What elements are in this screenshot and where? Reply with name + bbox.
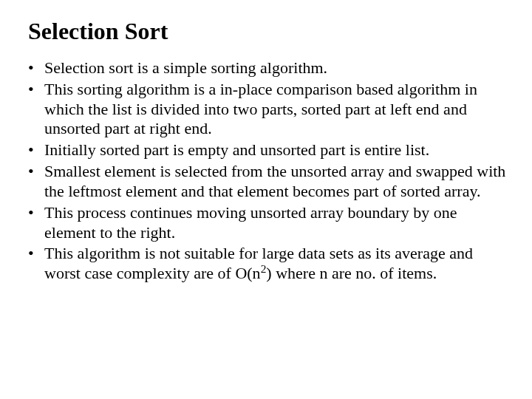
- bullet-text: Initially sorted part is empty and unsor…: [44, 140, 429, 159]
- list-item: Initially sorted part is empty and unsor…: [44, 140, 510, 160]
- bullet-text: This sorting algorithm is a in-place com…: [44, 80, 477, 138]
- slide: Selection Sort Selection sort is a simpl…: [0, 0, 532, 399]
- list-item: This algorithm is not suitable for large…: [44, 244, 510, 284]
- list-item: Selection sort is a simple sorting algor…: [44, 58, 510, 78]
- list-item: Smallest element is selected from the un…: [44, 162, 510, 202]
- bullet-text: Smallest element is selected from the un…: [44, 162, 505, 200]
- bullet-text: This process continues moving unsorted a…: [44, 203, 457, 242]
- bullet-list: Selection sort is a simple sorting algor…: [15, 58, 517, 284]
- bullet-text-post: ) where n are no. of items.: [266, 264, 437, 282]
- list-item: This sorting algorithm is a in-place com…: [44, 80, 510, 139]
- list-item: This process continues moving unsorted a…: [44, 203, 510, 243]
- bullet-text: Selection sort is a simple sorting algor…: [44, 58, 327, 77]
- slide-title: Selection Sort: [28, 18, 517, 45]
